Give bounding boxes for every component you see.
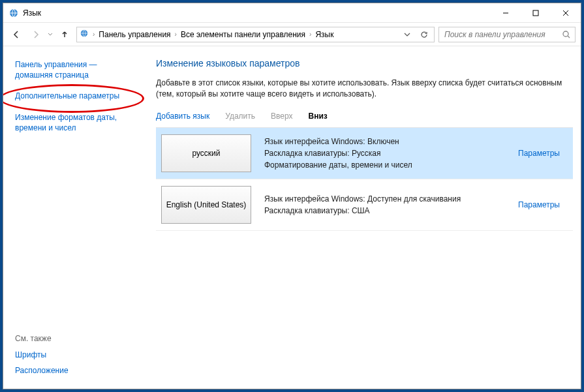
language-list: русский Язык интерфейса Windows: Включен… xyxy=(156,128,573,231)
sidebar-link-fonts[interactable]: Шрифты xyxy=(15,350,132,360)
sidebar: Панель управления — домашняя страница До… xyxy=(3,46,140,389)
lang-info-line: Раскладка клавиатуры: Русская xyxy=(264,147,518,159)
refresh-button[interactable] xyxy=(417,27,431,42)
body: Панель управления — домашняя страница До… xyxy=(3,46,581,389)
toolbar: Добавить язык Удалить Вверх Вниз xyxy=(156,112,573,128)
language-info: Язык интерфейса Windows: Включен Расклад… xyxy=(264,136,518,171)
sidebar-link-home[interactable]: Панель управления — домашняя страница xyxy=(15,59,132,80)
search-icon[interactable] xyxy=(562,30,571,39)
nav-row: › Панель управления › Все элементы панел… xyxy=(3,23,581,46)
back-button[interactable] xyxy=(8,27,24,42)
breadcrumb-all-items[interactable]: Все элементы панели управления xyxy=(181,30,305,39)
breadcrumb-language[interactable]: Язык xyxy=(315,30,333,39)
up-button[interactable] xyxy=(57,27,72,42)
address-icon xyxy=(80,29,89,40)
search-input[interactable] xyxy=(443,29,562,40)
lang-info-line: Язык интерфейса Windows: Включен xyxy=(264,136,518,147)
page-description: Добавьте в этот список языки, которые вы… xyxy=(156,78,573,100)
language-row[interactable]: русский Язык интерфейса Windows: Включен… xyxy=(156,128,573,179)
maximize-button[interactable] xyxy=(521,3,551,22)
window-title: Язык xyxy=(23,8,41,18)
address-bar[interactable]: › Панель управления › Все элементы панел… xyxy=(76,27,435,42)
language-tile: English (United States) xyxy=(161,186,251,224)
sidebar-link-location[interactable]: Расположение xyxy=(15,365,132,376)
add-language-button[interactable]: Добавить язык xyxy=(156,112,209,121)
move-up-button[interactable]: Вверх xyxy=(271,112,292,121)
search-box[interactable] xyxy=(438,27,576,42)
chevron-right-icon[interactable]: › xyxy=(174,31,178,38)
breadcrumb-control-panel[interactable]: Панель управления xyxy=(99,30,170,39)
language-options-link[interactable]: Параметры xyxy=(518,149,566,158)
page-title: Изменение языковых параметров xyxy=(156,58,573,68)
chevron-right-icon[interactable]: › xyxy=(91,31,96,38)
see-also-label: См. также xyxy=(15,334,132,343)
language-tile: русский xyxy=(161,134,251,172)
history-dropdown-icon[interactable] xyxy=(48,31,53,38)
lang-info-line: Раскладка клавиатуры: США xyxy=(264,205,518,217)
sidebar-link-advanced[interactable]: Дополнительные параметры xyxy=(15,91,132,101)
language-row[interactable]: English (United States) Язык интерфейса … xyxy=(156,179,573,231)
close-button[interactable] xyxy=(551,3,581,22)
sidebar-link-formats[interactable]: Изменение форматов даты, времени и чисел xyxy=(15,112,132,133)
forward-button[interactable] xyxy=(28,27,44,42)
remove-button[interactable]: Удалить xyxy=(225,112,255,121)
app-icon xyxy=(8,8,19,18)
titlebar: Язык xyxy=(3,3,581,23)
minimize-button[interactable] xyxy=(491,3,521,22)
lang-info-line: Язык интерфейса Windows: Доступен для ск… xyxy=(264,193,518,205)
window: Язык › xyxy=(3,3,581,389)
svg-rect-2 xyxy=(533,10,538,16)
address-dropdown-icon[interactable] xyxy=(400,27,414,42)
svg-line-7 xyxy=(568,36,570,38)
window-controls xyxy=(491,3,581,22)
language-info: Язык интерфейса Windows: Доступен для ск… xyxy=(264,193,518,217)
move-down-button[interactable]: Вниз xyxy=(309,112,328,121)
svg-point-6 xyxy=(563,31,568,37)
lang-info-line: Форматирование даты, времени и чисел xyxy=(264,159,518,171)
chevron-right-icon[interactable]: › xyxy=(308,31,313,38)
language-options-link[interactable]: Параметры xyxy=(518,200,566,209)
main-content: Изменение языковых параметров Добавьте в… xyxy=(140,46,581,389)
